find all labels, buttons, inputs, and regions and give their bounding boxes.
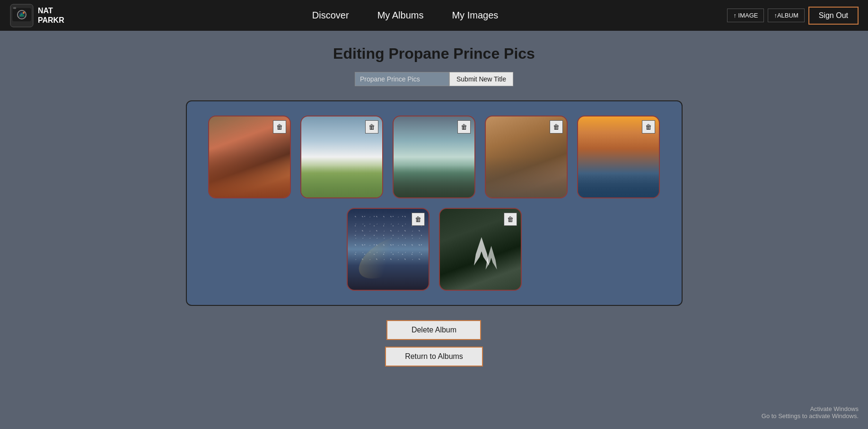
windows-watermark-line1: Activate Windows [762, 405, 859, 412]
photo-card-6: 🗑 [347, 208, 430, 291]
title-edit-form: Submit New Title [355, 72, 513, 86]
delete-album-button[interactable]: Delete Album [386, 320, 481, 340]
upload-album-button[interactable]: ↑ALBUM [768, 9, 804, 22]
photo-card-2: 🗑 [300, 116, 383, 198]
svg-rect-8 [13, 7, 16, 9]
windows-watermark-line2: Go to Settings to activate Windows. [762, 412, 859, 420]
windows-watermark: Activate Windows Go to Settings to activ… [762, 405, 859, 420]
photo-card-7: 🗑 [439, 208, 522, 291]
photo-card-1: 🗑 [208, 116, 291, 198]
camera-icon [9, 3, 34, 28]
upload-image-button[interactable]: ↑ IMAGE [727, 9, 764, 22]
action-buttons: Delete Album Return to Albums [385, 320, 483, 366]
nav-links: Discover My Albums My Images [83, 10, 728, 21]
delete-photo-4-button[interactable]: 🗑 [550, 120, 563, 134]
sign-out-button[interactable]: Sign Out [808, 7, 859, 25]
delete-photo-5-button[interactable]: 🗑 [642, 120, 655, 134]
return-albums-button[interactable]: Return to Albums [385, 347, 483, 366]
photo-card-5: 🗑 [577, 116, 660, 198]
nav-my-images[interactable]: My Images [452, 10, 498, 21]
nav-my-albums[interactable]: My Albums [377, 10, 424, 21]
delete-photo-6-button[interactable]: 🗑 [412, 213, 425, 226]
main-content: Editing Propane Prince Pics Submit New T… [0, 31, 868, 381]
logo-text: NAT PARKR [38, 6, 64, 24]
delete-photo-2-button[interactable]: 🗑 [365, 120, 378, 134]
logo: NAT PARKR [9, 3, 64, 28]
photo-card-4: 🗑 [485, 116, 568, 198]
delete-photo-1-button[interactable]: 🗑 [273, 120, 286, 134]
submit-title-button[interactable]: Submit New Title [449, 72, 513, 86]
delete-photo-3-button[interactable]: 🗑 [457, 120, 471, 134]
page-title: Editing Propane Prince Pics [333, 45, 535, 63]
photo-row-1: 🗑 🗑 🗑 🗑 🗑 [208, 116, 660, 198]
nav-actions: ↑ IMAGE ↑ALBUM Sign Out [727, 7, 859, 25]
photo-row-2: 🗑 🗑 [347, 208, 522, 291]
nav-discover[interactable]: Discover [312, 10, 349, 21]
delete-photo-7-button[interactable]: 🗑 [504, 213, 517, 226]
svg-point-7 [23, 12, 25, 14]
title-input[interactable] [355, 72, 449, 86]
navbar: NAT PARKR Discover My Albums My Images ↑… [0, 0, 868, 31]
album-container: 🗑 🗑 🗑 🗑 🗑 🗑 [186, 100, 683, 306]
photo-card-3: 🗑 [393, 116, 475, 198]
